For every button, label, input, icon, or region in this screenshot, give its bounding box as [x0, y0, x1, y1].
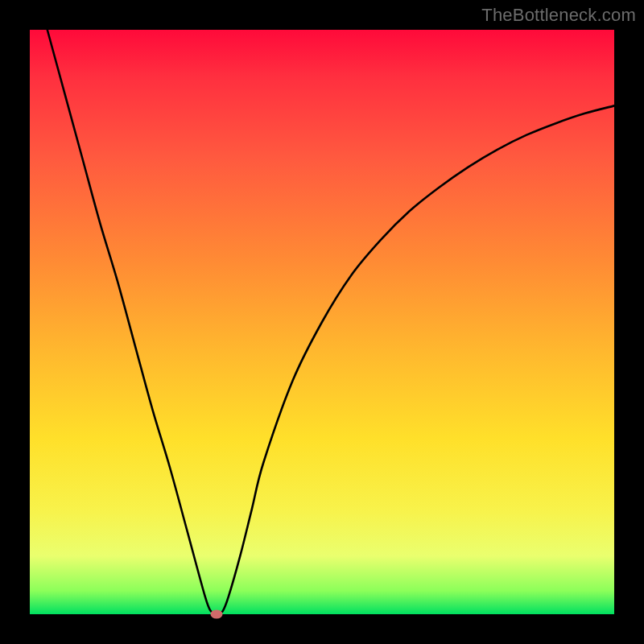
bottleneck-curve — [47, 30, 614, 614]
watermark-text: TheBottleneck.com — [481, 5, 636, 26]
plot-area — [30, 30, 614, 614]
curve-svg — [30, 30, 614, 614]
chart-frame: TheBottleneck.com — [0, 0, 644, 644]
minimum-marker — [211, 610, 223, 619]
